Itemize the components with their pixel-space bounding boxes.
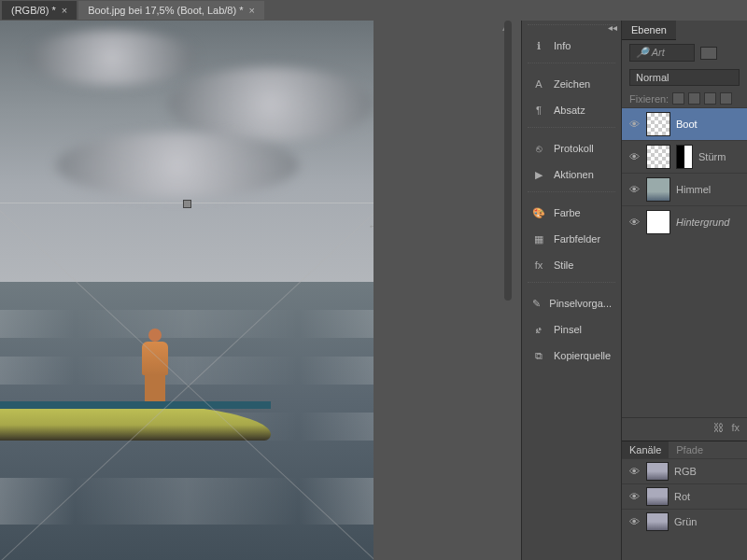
panel-dock: ◂◂ ℹInfo AZeichen ¶Absatz ⎋Protokoll ▶Ak… [521, 21, 622, 560]
collapse-icon[interactable]: ◂◂ [606, 21, 619, 35]
layer-filter-kind[interactable]: 🔎 Art [629, 44, 695, 62]
paths-tab[interactable]: Pfade [669, 441, 711, 458]
channel-row[interactable]: 👁 Grün [622, 509, 747, 534]
channel-name: Rot [674, 491, 690, 502]
visibility-icon[interactable]: 👁 [627, 465, 641, 478]
lock-all-icon[interactable] [720, 92, 732, 105]
layer-name[interactable]: Hintergrund [676, 217, 741, 228]
link-layers-icon[interactable]: ⛓ [713, 422, 724, 433]
visibility-icon[interactable]: 👁 [627, 118, 641, 131]
channel-name: Grün [674, 516, 697, 527]
palette-icon: 🎨 [531, 205, 546, 220]
canvas[interactable]: ↔ [0, 21, 374, 560]
panel-brush[interactable]: ⸙Pinsel [522, 316, 621, 343]
layer-thumbnail[interactable] [646, 177, 670, 202]
tab-label: (RGB/8) * [11, 5, 56, 16]
layers-tab[interactable]: Ebenen [622, 21, 676, 40]
close-icon[interactable]: × [62, 5, 67, 16]
lock-controls: Fixieren: [622, 90, 747, 107]
channel-row[interactable]: 👁 RGB [622, 458, 747, 483]
panel-styles[interactable]: fxStile [522, 252, 621, 278]
blend-mode-select[interactable]: Normal [629, 69, 740, 86]
visibility-icon[interactable]: 👁 [627, 515, 641, 528]
channel-name: RGB [674, 466, 697, 477]
panel-history[interactable]: ⎋Protokoll [522, 135, 621, 161]
panel-info[interactable]: ℹInfo [522, 33, 621, 59]
layers-panel: Ebenen 🔎 Art Normal Fixieren: 👁 Boot 👁 S… [622, 21, 747, 560]
layer-thumbnail[interactable] [646, 145, 670, 169]
visibility-icon[interactable]: 👁 [627, 150, 641, 163]
info-icon: ℹ [531, 38, 546, 53]
canvas-scrollbar[interactable] [504, 21, 512, 301]
layer-row[interactable]: 👁 Stürm [622, 140, 747, 173]
panel-clone-source[interactable]: ⧉Kopierquelle [522, 343, 621, 369]
layers-footer: ⛓ fx [622, 417, 747, 437]
panel-character[interactable]: AZeichen [522, 71, 621, 97]
channels-tab[interactable]: Kanäle [622, 441, 669, 458]
layer-name[interactable]: Stürm [698, 151, 741, 162]
lock-transparent-icon[interactable] [672, 92, 684, 105]
document-tabs: (RGB/8) * × Boot.jpg bei 17,5% (Boot, La… [0, 0, 264, 21]
character-icon: A [531, 77, 546, 91]
channel-thumbnail [646, 462, 669, 481]
boat-image [0, 373, 271, 448]
play-icon: ▶ [531, 167, 546, 182]
panel-paragraph[interactable]: ¶Absatz [522, 97, 621, 123]
panel-brush-presets[interactable]: ✎Pinselvorga... [522, 290, 621, 316]
channel-thumbnail [646, 512, 669, 531]
tab-label: Boot.jpg bei 17,5% (Boot, Lab/8) * [88, 5, 243, 16]
close-icon[interactable]: × [248, 5, 254, 16]
channel-row[interactable]: 👁 Rot [622, 483, 747, 509]
layer-effects-icon[interactable]: fx [731, 422, 740, 433]
visibility-icon[interactable]: 👁 [627, 216, 641, 229]
layer-name[interactable]: Himmel [676, 184, 741, 195]
panel-actions[interactable]: ▶Aktionen [522, 161, 621, 188]
layer-row[interactable]: 👁 Boot [622, 107, 747, 140]
document-tab[interactable]: (RGB/8) * × [2, 1, 77, 20]
history-icon: ⎋ [531, 141, 546, 156]
swatches-icon: ▦ [531, 231, 546, 246]
panel-swatches[interactable]: ▦Farbfelder [522, 226, 621, 252]
channels-panel: Kanäle Pfade 👁 RGB 👁 Rot 👁 Grün [622, 441, 747, 560]
layer-row[interactable]: 👁 Hintergrund [622, 205, 747, 238]
visibility-icon[interactable]: 👁 [627, 183, 641, 196]
brush-icon: ⸙ [531, 322, 546, 337]
filter-pixel-icon[interactable] [700, 47, 717, 60]
brush-preset-icon: ✎ [531, 296, 542, 311]
styles-icon: fx [531, 258, 546, 273]
channel-thumbnail [646, 487, 669, 506]
sky-image [0, 21, 374, 319]
document-tab[interactable]: Boot.jpg bei 17,5% (Boot, Lab/8) * × [78, 1, 264, 20]
layer-thumbnail[interactable] [646, 112, 670, 136]
layer-row[interactable]: 👁 Himmel [622, 173, 747, 205]
paragraph-icon: ¶ [531, 103, 546, 118]
lock-pixels-icon[interactable] [688, 92, 700, 105]
lock-position-icon[interactable] [704, 92, 716, 105]
layer-mask-thumbnail[interactable] [676, 145, 693, 169]
visibility-icon[interactable]: 👁 [627, 490, 641, 503]
layer-name[interactable]: Boot [676, 119, 741, 130]
layer-thumbnail[interactable] [646, 210, 670, 234]
clone-icon: ⧉ [531, 348, 546, 363]
panel-color[interactable]: 🎨Farbe [522, 200, 621, 226]
